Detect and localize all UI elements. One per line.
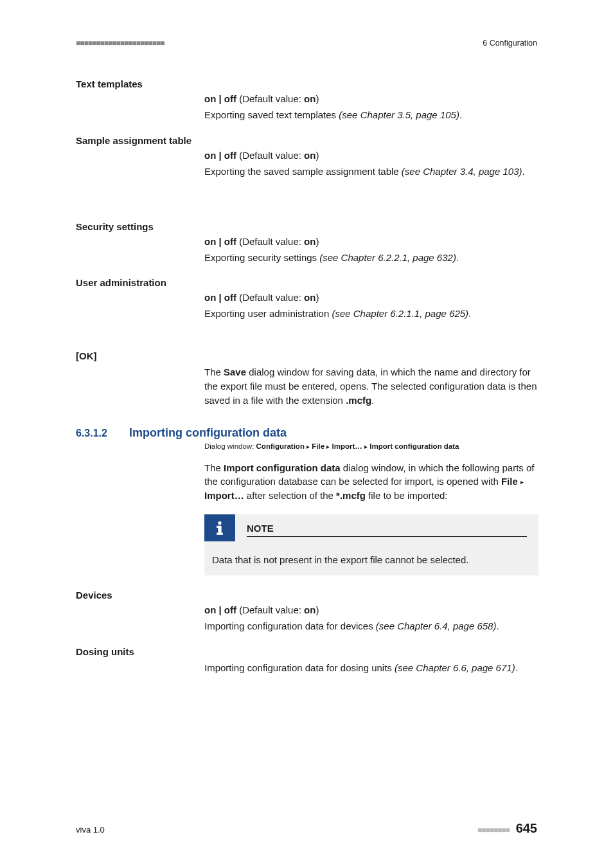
note-title: NOTE (247, 519, 527, 537)
footer-marks: ■■■■■■■■ (477, 826, 510, 835)
text-templates-desc: Exporting saved text templates (see Chap… (204, 108, 537, 122)
label-user-admin: User administration (76, 277, 537, 288)
security-desc: Exporting security settings (see Chapter… (204, 251, 537, 265)
label-text-templates: Text templates (76, 78, 537, 89)
svg-rect-3 (217, 533, 223, 535)
dialog-path: Dialog window: Configuration ▸ File ▸ Im… (204, 442, 537, 450)
footer-page-number: 645 (516, 821, 537, 835)
devices-desc: Importing configuration data for devices… (204, 619, 537, 633)
user-admin-onoff: on | off (Default value: on) (204, 292, 537, 303)
security-onoff: on | off (Default value: on) (204, 236, 537, 247)
header-marks: ■■■■■■■■■■■■■■■■■■■■■■ (76, 39, 164, 48)
page-header: ■■■■■■■■■■■■■■■■■■■■■■ 6 Configuration (76, 39, 537, 48)
svg-rect-2 (217, 526, 221, 528)
heading-importing: 6.3.1.2 Importing configuration data (76, 426, 537, 440)
label-security: Security settings (76, 221, 537, 232)
devices-onoff: on | off (Default value: on) (204, 604, 537, 615)
sample-table-onoff: on | off (Default value: on) (204, 150, 537, 161)
info-icon (204, 514, 235, 541)
note-box: NOTE Data that is not present in the exp… (204, 514, 538, 575)
label-devices: Devices (76, 590, 537, 601)
dosing-desc: Importing configuration data for dosing … (204, 661, 537, 675)
import-desc: The Import configuration data dialog win… (204, 461, 537, 503)
text-templates-onoff: on | off (Default value: on) (204, 93, 537, 104)
footer-product: viva 1.0 (76, 825, 105, 835)
page-footer: viva 1.0 ■■■■■■■■ 645 (76, 821, 537, 836)
label-sample-table: Sample assignment table (76, 135, 537, 146)
heading-title: Importing configuration data (129, 426, 287, 440)
note-body: Data that is not present in the export f… (204, 541, 538, 566)
svg-point-0 (218, 521, 221, 525)
ok-desc: The Save dialog window for saving data, … (204, 365, 537, 407)
label-dosing: Dosing units (76, 646, 537, 657)
label-ok: [OK] (76, 350, 537, 361)
sample-table-desc: Exporting the saved sample assignment ta… (204, 165, 537, 179)
heading-number: 6.3.1.2 (76, 428, 107, 439)
user-admin-desc: Exporting user administration (see Chapt… (204, 307, 537, 321)
header-chapter: 6 Configuration (483, 39, 537, 48)
